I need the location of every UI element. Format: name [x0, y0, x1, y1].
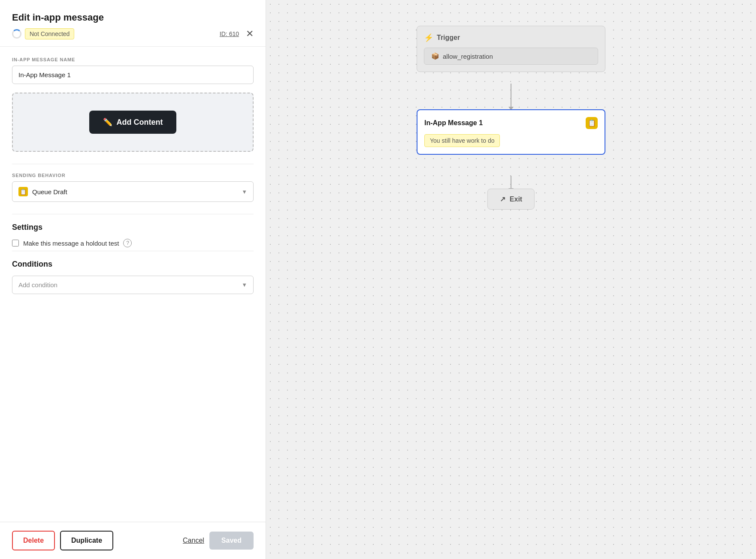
- divider-2: [12, 214, 254, 214]
- left-panel: Edit in-app message Not Connected ID: 61…: [0, 0, 266, 559]
- event-icon: 📦: [431, 52, 439, 60]
- exit-icon: ↗: [500, 195, 505, 203]
- chevron-down-icon: ▼: [242, 189, 247, 195]
- divider-3: [12, 251, 254, 251]
- sending-behavior-value: Queue Draft: [32, 188, 67, 195]
- close-button[interactable]: ✕: [246, 29, 254, 39]
- message-node-badge: You still have work to do: [424, 134, 500, 147]
- sending-behavior-select[interactable]: 📋 Queue Draft ▼: [12, 181, 254, 202]
- sending-behavior-label: SENDING BEHAVIOR: [12, 173, 254, 178]
- sending-behavior-wrapper: 📋 Queue Draft ▼: [12, 181, 254, 202]
- add-content-area: ✏️ Add Content: [12, 93, 254, 152]
- header-row: Not Connected ID: 610 ✕: [12, 28, 254, 39]
- message-name-label: IN-APP MESSAGE NAME: [12, 57, 254, 62]
- divider-1: [12, 164, 254, 164]
- exit-node: ↗ Exit: [487, 189, 535, 210]
- trigger-header: ⚡ Trigger: [424, 33, 598, 42]
- pencil-icon: ✏️: [103, 117, 112, 127]
- panel-header: Edit in-app message Not Connected ID: 61…: [0, 0, 266, 47]
- trigger-label: Trigger: [437, 34, 460, 42]
- flow-canvas-panel: ⚡ Trigger 📦 allow_registration In-App Me…: [266, 0, 756, 559]
- select-display-left: 📋 Queue Draft: [18, 187, 67, 196]
- condition-select[interactable]: Add condition ▼: [12, 276, 254, 294]
- settings-title: Settings: [12, 223, 254, 232]
- connector-line-1: [511, 84, 511, 107]
- id-link[interactable]: ID: 610: [220, 30, 239, 37]
- spinner-icon: [12, 29, 21, 39]
- status-area: Not Connected: [12, 28, 74, 39]
- message-node[interactable]: In-App Message 1 📋 You still have work t…: [417, 109, 605, 155]
- message-node-title: In-App Message 1: [424, 119, 483, 127]
- holdout-label: Make this message a holdout test: [23, 240, 119, 247]
- delete-button[interactable]: Delete: [12, 531, 55, 550]
- trigger-icon: ⚡: [424, 33, 433, 42]
- conditions-title: Conditions: [12, 260, 254, 269]
- connector-line-2: [511, 176, 511, 189]
- trigger-event-label: allow_registration: [443, 53, 493, 60]
- trigger-event[interactable]: 📦 allow_registration: [424, 48, 598, 65]
- panel-footer: Delete Duplicate Cancel Saved: [0, 522, 266, 559]
- queue-draft-icon: 📋: [18, 187, 28, 196]
- condition-placeholder: Add condition: [18, 281, 57, 289]
- header-right: ID: 610 ✕: [220, 29, 254, 39]
- help-icon[interactable]: ?: [123, 239, 132, 247]
- duplicate-button[interactable]: Duplicate: [60, 531, 113, 550]
- panel-content: IN-APP MESSAGE NAME ✏️ Add Content SENDI…: [0, 47, 266, 522]
- message-node-icon: 📋: [586, 117, 598, 129]
- trigger-node: ⚡ Trigger 📦 allow_registration: [417, 26, 605, 72]
- add-content-label: Add Content: [117, 118, 163, 127]
- not-connected-badge: Not Connected: [25, 28, 74, 39]
- conditions-wrapper: Add condition ▼: [12, 276, 254, 294]
- cancel-button[interactable]: Cancel: [183, 537, 204, 544]
- conditions-section: Conditions Add condition ▼: [12, 260, 254, 294]
- panel-title: Edit in-app message: [12, 12, 254, 23]
- condition-chevron-icon: ▼: [242, 282, 247, 288]
- add-content-button[interactable]: ✏️ Add Content: [89, 111, 177, 134]
- exit-label: Exit: [510, 195, 522, 203]
- holdout-checkbox-row: Make this message a holdout test ?: [12, 239, 254, 247]
- message-name-input[interactable]: [12, 66, 254, 84]
- message-node-header: In-App Message 1 📋: [424, 117, 598, 129]
- holdout-checkbox[interactable]: [12, 240, 19, 246]
- saved-button: Saved: [209, 532, 254, 550]
